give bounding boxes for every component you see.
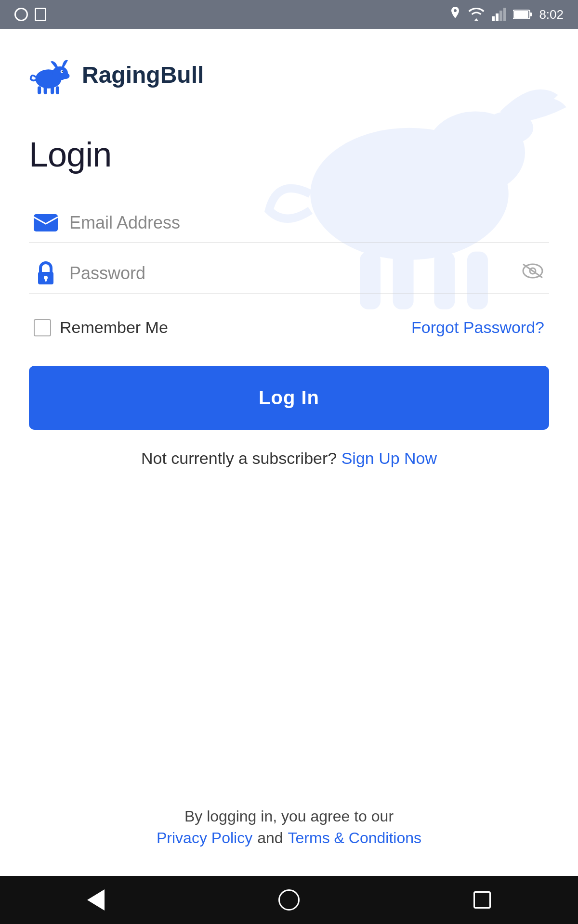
forgot-password-link[interactable]: Forgot Password?	[411, 318, 544, 337]
svg-rect-24	[34, 214, 58, 231]
nav-recent-button[interactable]	[473, 891, 491, 909]
signup-prompt-text: Not currently a subscriber?	[141, 449, 337, 467]
signup-link[interactable]: Sign Up Now	[342, 449, 437, 467]
remember-me-checkbox[interactable]	[34, 319, 51, 336]
email-input[interactable]	[69, 213, 544, 233]
status-bar-left	[14, 8, 46, 21]
logo-area: RagingBull	[0, 29, 578, 106]
status-bar-right: 8:02	[449, 7, 564, 22]
options-row: Remember Me Forgot Password?	[34, 318, 544, 337]
privacy-policy-link[interactable]: Privacy Policy	[157, 829, 252, 847]
lock-icon	[34, 264, 58, 283]
notification-icon	[14, 8, 28, 21]
svg-rect-1	[496, 13, 499, 21]
svg-rect-3	[503, 8, 506, 21]
location-icon	[449, 7, 461, 22]
svg-rect-20	[38, 86, 41, 94]
footer-disclaimer-text: By logging in, you agree to our	[29, 808, 549, 825]
toggle-password-icon[interactable]	[521, 262, 544, 284]
password-input[interactable]	[69, 263, 510, 283]
password-field-wrapper	[29, 253, 549, 294]
status-bar: 8:02	[0, 0, 578, 29]
login-button[interactable]: Log In	[29, 366, 549, 430]
svg-point-17	[61, 73, 70, 79]
nav-bar	[0, 876, 578, 924]
logo-text: RagingBull	[82, 62, 204, 88]
footer-links-row: Privacy Policy and Terms & Conditions	[29, 829, 549, 847]
nav-home-button[interactable]	[278, 889, 300, 911]
remember-me-group: Remember Me	[34, 318, 168, 337]
terms-conditions-link[interactable]: Terms & Conditions	[288, 829, 421, 847]
sim-icon	[35, 8, 46, 21]
svg-rect-22	[51, 86, 54, 94]
battery-icon	[513, 9, 532, 20]
footer-and-text: and	[257, 829, 283, 847]
svg-rect-23	[56, 86, 59, 94]
footer-disclaimer: By logging in, you agree to our Privacy …	[0, 783, 578, 876]
status-time: 8:02	[539, 7, 564, 22]
wifi-icon	[468, 8, 485, 21]
signal-icon	[492, 8, 506, 21]
email-icon	[34, 213, 58, 232]
svg-rect-2	[499, 11, 502, 21]
signup-row: Not currently a subscriber? Sign Up Now	[29, 449, 549, 468]
svg-rect-0	[492, 16, 495, 21]
remember-me-label: Remember Me	[60, 318, 168, 337]
form-container: Login	[0, 106, 578, 783]
svg-rect-21	[44, 86, 47, 94]
svg-rect-6	[514, 11, 528, 18]
svg-rect-27	[45, 278, 47, 282]
logo-bull-icon	[29, 53, 72, 96]
email-field-wrapper	[29, 203, 549, 243]
nav-back-button[interactable]	[87, 889, 105, 911]
svg-point-19	[62, 71, 63, 72]
main-content: RagingBull Login	[0, 29, 578, 876]
login-title: Login	[29, 135, 549, 174]
svg-rect-5	[530, 13, 532, 16]
